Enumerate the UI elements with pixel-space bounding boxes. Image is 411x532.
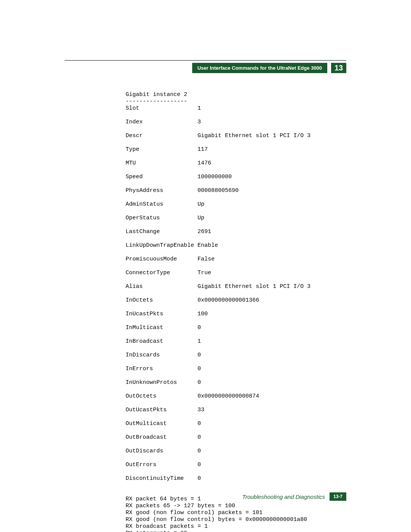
kv-value: 3 [198,119,201,125]
kv-value: Gigabit Ethernet slot 1 PCI I/O 3 [198,133,311,139]
rx-line: RX good (non flow control) packets = 101 [126,510,263,516]
kv-key: DiscontinuityTime [126,475,198,482]
kv-row: InBroadcast1 [126,338,346,345]
kv-row: Slot1 [126,105,346,112]
kv-value: 117 [198,146,208,153]
kv-value: 0 [198,462,201,468]
kv-row: Speed1000000000 [126,174,346,181]
kv-value: 0 [198,475,201,482]
kv-row: InUnknownProtos0 [126,379,346,386]
kv-key: PhysAddress [126,187,198,194]
kv-key: OperStatus [126,215,198,222]
kv-value: 000088005690 [198,187,239,194]
kv-row: InErrors0 [126,366,346,372]
kv-key: PromiscuousMode [126,256,198,263]
rx-line: RX good (non flow control) bytes = 0x000… [126,516,307,523]
kv-row: OutUcastPkts33 [126,407,346,414]
kv-row: Type117 [126,146,346,153]
kv-value: 0x0000000000001366 [198,297,259,304]
kv-row: OperStatusUp [126,215,346,222]
rx-line: RX packet 64 bytes = 1 [126,496,201,502]
kv-value: 100 [198,311,208,317]
kv-key: Slot [126,105,198,112]
kv-row: DiscontinuityTime0 [126,475,346,482]
kv-value: False [198,256,215,262]
kv-key: OutOctets [126,393,198,400]
kv-value: 1000000000 [198,174,232,180]
kv-key: Index [126,119,198,126]
header-title: User Interface Commands for the UltraNet… [192,63,327,73]
kv-key: InDiscards [126,352,198,359]
rx-line: RX interrupts = 69 [126,530,187,532]
rx-line: RX broadcast packets = 1 [126,523,208,530]
kv-value: Up [198,215,204,221]
kv-row: InUcastPkts100 [126,311,346,318]
kv-row: AliasGigabit Ethernet slot 1 PCI I/O 3 [126,283,346,290]
kv-value: 0 [198,352,201,358]
kv-row: Index3 [126,119,346,126]
kv-value: Gigabit Ethernet slot 1 PCI I/O 3 [198,283,311,290]
fields-block: Slot1 Index3 DescrGigabit Ethernet slot … [126,105,346,482]
kv-row: LinkUpDownTrapEnableEnable [126,242,346,249]
terminal-output: Gigabit instance 2 ------------------ Sl… [126,85,346,532]
kv-key: InBroadcast [126,338,198,345]
kv-key: LastChange [126,228,198,235]
kv-row: InOctets0x0000000000001366 [126,297,346,304]
kv-row: InMulticast0 [126,324,346,331]
kv-key: OutDiscards [126,448,198,455]
section-heading: Gigabit instance 2 [126,91,187,98]
kv-value: 2691 [198,228,211,235]
kv-row: PhysAddress000088005690 [126,187,346,194]
header-row: User Interface Commands for the UltraNet… [65,63,346,73]
kv-row: OutDiscards0 [126,448,346,455]
kv-row: MTU1476 [126,160,346,167]
kv-value: Up [198,201,204,208]
footer-page-number: 13-7 [330,492,346,501]
kv-row: OutMulticast0 [126,420,346,427]
kv-key: InUcastPkts [126,311,198,318]
section-separator: ------------------ [126,98,187,105]
kv-key: InUnknownProtos [126,379,198,386]
rx-line: RX packets 65 -> 127 bytes = 100 [126,503,235,509]
kv-value: 0 [198,448,201,454]
kv-key: Alias [126,283,198,290]
footer-row: Troubleshooting and Diagnostics 13-7 [242,492,346,501]
kv-key: InErrors [126,366,198,372]
kv-key: OutUcastPkts [126,407,198,414]
kv-value: Enable [198,242,218,249]
kv-value: 1 [198,105,201,112]
kv-value: 0 [198,366,201,372]
kv-value: 1476 [198,160,211,166]
kv-row: AdminStatusUp [126,201,346,208]
kv-value: 0 [198,434,201,441]
kv-key: InMulticast [126,324,198,331]
kv-row: InDiscards0 [126,352,346,359]
page: User Interface Commands for the UltraNet… [0,0,411,532]
kv-row: OutOctets0x0000000000000874 [126,393,346,400]
kv-value: 0x0000000000000874 [198,393,259,399]
kv-key: InOctets [126,297,198,304]
kv-value: 0 [198,324,201,331]
kv-key: Descr [126,133,198,139]
kv-row: PromiscuousModeFalse [126,256,346,263]
kv-key: OutBroadcast [126,434,198,441]
kv-row: OutErrors0 [126,462,346,468]
kv-row: ConnectorTypeTrue [126,270,346,276]
kv-row: OutBroadcast0 [126,434,346,441]
kv-key: MTU [126,160,198,167]
kv-key: ConnectorType [126,270,198,276]
kv-key: AdminStatus [126,201,198,208]
kv-value: 0 [198,420,201,427]
kv-key: Type [126,146,198,153]
rx-block: RX packet 64 bytes = 1 RX packets 65 -> … [126,496,307,532]
kv-key: Speed [126,174,198,181]
kv-value: True [198,270,211,276]
kv-row: DescrGigabit Ethernet slot 1 PCI I/O 3 [126,133,346,139]
kv-value: 1 [198,338,201,345]
kv-value: 33 [198,407,204,413]
kv-key: OutErrors [126,462,198,468]
kv-value: 0 [198,379,201,386]
kv-row: LastChange2691 [126,228,346,235]
footer-title: Troubleshooting and Diagnostics [242,492,325,501]
header-rule [65,60,346,61]
